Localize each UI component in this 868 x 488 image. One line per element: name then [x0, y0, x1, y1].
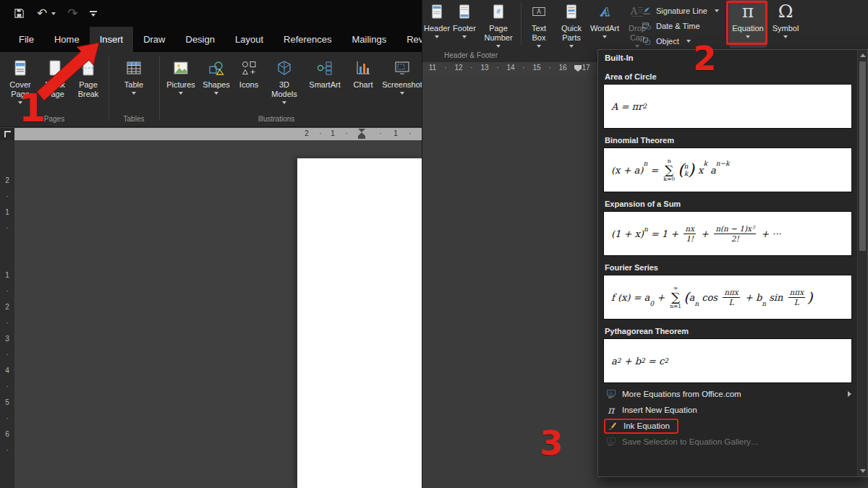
chevron-down-icon — [635, 45, 639, 48]
menu-item-insert-new-equation[interactable]: πInsert New Equation — [598, 402, 857, 418]
chevron-down-icon — [537, 45, 541, 48]
table-button[interactable]: Table — [113, 53, 155, 123]
ruler-mark: 1 — [0, 271, 14, 280]
equation-gallery-item-area-of-circle[interactable]: Area of CircleA = πr2 — [603, 72, 852, 129]
right-indent-marker[interactable] — [574, 65, 582, 72]
ruler-mark: · — [470, 64, 472, 72]
equation-title: Pythagorean Theorem — [603, 327, 852, 335]
menu-item-ink-equation[interactable]: Ink Equation — [598, 418, 857, 434]
left-indent-marker[interactable] — [358, 136, 365, 139]
icons-button[interactable]: Icons — [234, 53, 264, 123]
equation-menu-commands: More Equations from Office.comπInsert Ne… — [598, 386, 857, 450]
tab-home[interactable]: Home — [44, 27, 90, 52]
ruler-mark: · — [409, 129, 411, 138]
screenshot-button[interactable]: Screenshot — [381, 53, 422, 123]
button-label: Quick Parts — [556, 24, 587, 43]
quick-access-toolbar: ↶ ↷ — [0, 0, 422, 27]
footer-button[interactable]: Footer — [451, 0, 477, 48]
header-button[interactable]: Header — [424, 0, 450, 48]
ruler-mark: · — [379, 129, 381, 138]
menu-item-more-equations-from-office-com[interactable]: More Equations from Office.com — [598, 386, 857, 402]
equation-button[interactable]: π Equation — [729, 0, 767, 48]
tab-design[interactable]: Design — [176, 27, 225, 52]
page-break-button[interactable]: Page Break — [72, 53, 105, 123]
ruler-mark: · — [0, 319, 14, 328]
ruler-mark: 4 — [0, 367, 14, 375]
ruler-mark: 1 — [0, 208, 14, 217]
tab-draw[interactable]: Draw — [133, 27, 175, 52]
3d-models-icon — [276, 59, 293, 77]
icons-icon — [240, 59, 258, 77]
equation-title: Area of Circle — [603, 72, 852, 81]
tab-mailings[interactable]: Mailings — [342, 27, 397, 52]
equation-preview: (x + a)n = n∑k=0(nk) xk an−k — [611, 158, 730, 181]
equation-gallery-item-pythagorean-theorem[interactable]: Pythagorean Theorema2 + b2 = c2 — [603, 327, 852, 383]
pictures-button[interactable]: Pictures — [163, 53, 198, 123]
wordart-button[interactable]: A WordArt — [589, 0, 621, 48]
equation-preview-box[interactable]: (x + a)n = n∑k=0(nk) xk an−k — [603, 147, 852, 192]
symbol-button[interactable]: Ω Symbol — [769, 0, 802, 48]
group-divider — [109, 56, 109, 121]
ruler-mark: 17 — [582, 64, 590, 72]
equation-gallery-item-fourier-series[interactable]: Fourier Seriesf (x) = a0 + ∞∑n=1(an cos … — [603, 263, 852, 320]
equation-preview-box[interactable]: (1 + x)n = 1 + nx1! + n(n − 1)x²2! + ··· — [603, 211, 852, 256]
save-button[interactable] — [13, 4, 25, 23]
horizontal-ruler[interactable]: 2·1··1· — [14, 128, 422, 140]
ribbon-insert-left: Cover Page Blank Page Page Break Pages T… — [0, 52, 422, 127]
ruler-mark: 1 — [393, 129, 398, 138]
equation-title: Binomial Theorem — [603, 136, 852, 145]
chevron-down-icon — [132, 92, 136, 95]
cover-page-icon — [12, 59, 29, 77]
equation-preview: a2 + b2 = c2 — [611, 356, 668, 367]
group-divider — [521, 1, 522, 46]
redo-button[interactable]: ↷ — [67, 7, 77, 20]
ruler-mark: 2 — [305, 129, 309, 138]
undo-button[interactable]: ↶ — [37, 7, 56, 20]
shapes-button[interactable]: Shapes — [200, 53, 232, 123]
signature-line-button[interactable]: Signature Line — [641, 4, 719, 18]
3d-models-button[interactable]: 3D Models — [265, 53, 303, 123]
group-divider — [159, 56, 160, 121]
equation-preview: A = πr2 — [611, 101, 647, 112]
group-divider — [726, 1, 727, 46]
chevron-down-icon — [715, 9, 719, 12]
tab-selector-corner[interactable] — [0, 128, 14, 140]
equation-preview-box[interactable]: f (x) = a0 + ∞∑n=1(an cos nπxL + bn sin … — [603, 275, 852, 320]
chevron-down-icon — [496, 45, 501, 48]
dropdown-content: Built-In Area of CircleA = πr2Binomial T… — [598, 50, 857, 476]
tab-stop-icon — [4, 131, 11, 137]
chevron-down-icon — [214, 92, 218, 95]
tab-file[interactable]: File — [9, 27, 44, 52]
scrollbar-thumb[interactable] — [859, 61, 866, 251]
equation-preview-box[interactable]: A = πr2 — [603, 84, 852, 129]
chart-button[interactable]: Chart — [346, 53, 380, 123]
blank-page-button[interactable]: Blank Page — [39, 53, 71, 123]
indent-markers[interactable] — [358, 129, 365, 139]
tab-references[interactable]: References — [273, 27, 341, 52]
customize-quick-access-button[interactable] — [90, 11, 97, 17]
ruler-mark: · — [0, 192, 14, 201]
tab-layout[interactable]: Layout — [225, 27, 273, 52]
equation-gallery-item-expansion-of-a-sum[interactable]: Expansion of a Sum(1 + x)n = 1 + nx1! + … — [603, 200, 852, 256]
equation-preview-box[interactable]: a2 + b2 = c2 — [603, 338, 852, 383]
quick-parts-button[interactable]: Quick Parts — [556, 0, 587, 48]
scroll-down-icon[interactable] — [860, 469, 866, 473]
dropdown-scrollbar[interactable] — [857, 50, 867, 476]
symbol-omega-icon: Ω — [778, 2, 793, 21]
button-label: 3D Models — [265, 80, 303, 99]
date-time-button[interactable]: Date & Time — [641, 19, 700, 33]
equation-gallery-item-binomial-theorem[interactable]: Binomial Theorem(x + a)n = n∑k=0(nk) xk … — [603, 136, 852, 192]
button-label: Object — [656, 37, 679, 46]
ruler-mark: 3 — [0, 335, 14, 343]
cover-page-button[interactable]: Cover Page — [3, 53, 38, 123]
tab-review[interactable]: Review — [396, 27, 422, 52]
object-button[interactable]: Object — [641, 34, 691, 48]
smartart-button[interactable]: SmartArt — [305, 53, 345, 123]
tab-insert[interactable]: Insert — [90, 27, 134, 52]
ruler-mark: · — [319, 129, 321, 138]
scroll-up-icon[interactable] — [860, 53, 866, 57]
wordart-icon: A — [597, 2, 613, 21]
document-page[interactable] — [297, 158, 422, 488]
page-number-button[interactable]: # Page Number — [479, 0, 518, 48]
text-box-button[interactable]: A Text Box — [524, 0, 554, 48]
